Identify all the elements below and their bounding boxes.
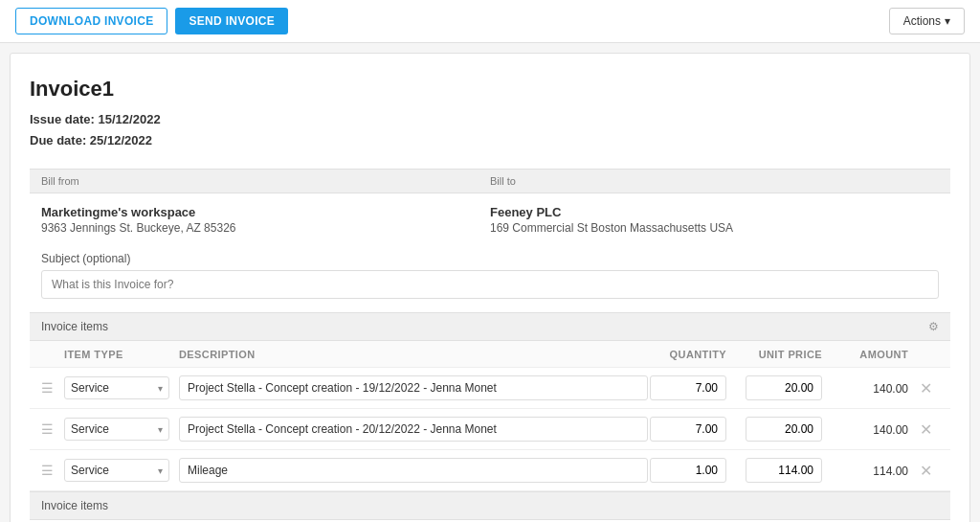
issue-date-line: Issue date: 15/12/2022 <box>30 109 950 130</box>
table-row: ☰ Service ▾ 114.00 ✕ <box>30 450 950 491</box>
issue-date-label: Issue date: <box>30 112 95 126</box>
due-date-line: Due date: 25/12/2022 <box>30 130 950 151</box>
bill-to-address: 169 Commercial St Boston Massachusetts U… <box>490 221 939 235</box>
drag-handle-icon[interactable]: ☰ <box>41 421 54 437</box>
amount-value-2: 114.00 <box>873 465 908 478</box>
download-invoice-button[interactable]: DOWNLOAD INVOICE <box>15 8 167 34</box>
type-chevron-icon-2: ▾ <box>158 465 163 476</box>
amount-col-header: AMOUNT <box>830 347 916 361</box>
subject-section: Subject (optional) <box>30 242 950 312</box>
table-row: ☰ Service ▾ 140.00 ✕ <box>30 409 950 450</box>
bill-section-body: Marketingme's workspace 9363 Jennings St… <box>30 193 950 242</box>
invoice-card: Invoice1 Issue date: 15/12/2022 Due date… <box>10 53 970 522</box>
amount-value-1: 140.00 <box>873 423 908 437</box>
type-chevron-icon-1: ▾ <box>158 424 163 435</box>
item-type-select-2[interactable]: Service ▾ <box>64 459 169 482</box>
bill-to-header-label: Bill to <box>490 175 939 187</box>
table-row: ☰ Service ▾ 140.00 ✕ <box>30 368 950 409</box>
type-chevron-icon-0: ▾ <box>158 383 163 394</box>
invoice-items-footer-label: Invoice items <box>41 499 108 512</box>
item-type-label-1: Service <box>71 422 109 436</box>
item-type-label-0: Service <box>71 381 109 395</box>
item-type-select-0[interactable]: Service ▾ <box>64 376 169 399</box>
item-type-col-header: ITEM TYPE <box>64 347 179 361</box>
item-type-select-1[interactable]: Service ▾ <box>64 418 169 441</box>
description-input-2[interactable] <box>179 458 648 483</box>
drag-handle-icon[interactable]: ☰ <box>41 463 54 478</box>
quantity-input-1[interactable] <box>650 417 726 442</box>
bill-from-col: Marketingme's workspace 9363 Jennings St… <box>41 205 490 235</box>
items-column-headers: ITEM TYPE DESCRIPTION QUANTITY UNIT PRIC… <box>30 341 950 368</box>
actions-button[interactable]: Actions ▾ <box>889 8 965 34</box>
top-bar: DOWNLOAD INVOICE SEND INVOICE Actions ▾ <box>0 0 980 43</box>
unit-price-input-0[interactable] <box>746 375 822 400</box>
top-bar-left: DOWNLOAD INVOICE SEND INVOICE <box>15 8 288 34</box>
bill-to-name: Feeney PLC <box>490 205 939 219</box>
bill-to-col: Feeney PLC 169 Commercial St Boston Mass… <box>490 205 939 235</box>
gear-icon[interactable]: ⚙ <box>928 320 939 333</box>
items-table: ☰ Service ▾ 140.00 ✕ ☰ Service <box>30 368 950 491</box>
bill-from-address: 9363 Jennings St. Buckeye, AZ 85326 <box>41 221 490 235</box>
actions-chevron-icon: ▾ <box>945 14 950 28</box>
invoice-meta: Issue date: 15/12/2022 Due date: 25/12/2… <box>30 109 950 151</box>
bill-from-name: Marketingme's workspace <box>41 205 490 219</box>
bill-section-header: Bill from Bill to <box>30 169 950 193</box>
description-input-1[interactable] <box>179 417 648 442</box>
quantity-input-2[interactable] <box>650 458 726 483</box>
bill-from-header-label: Bill from <box>41 175 490 187</box>
subject-input[interactable] <box>41 270 939 299</box>
invoice-items-section-header: Invoice items ⚙ <box>30 312 950 341</box>
invoice-title: Invoice1 <box>30 77 950 102</box>
invoice-items-footer-header: Invoice items <box>30 491 950 520</box>
issue-date-value: 15/12/2022 <box>99 112 161 126</box>
quantity-input-0[interactable] <box>650 375 726 400</box>
delete-row-button-1[interactable]: ✕ <box>916 419 936 441</box>
invoice-items-label: Invoice items <box>41 320 108 333</box>
delete-row-button-0[interactable]: ✕ <box>916 377 936 399</box>
amount-value-0: 140.00 <box>873 382 908 396</box>
unit-price-input-2[interactable] <box>746 458 822 483</box>
unit-price-input-1[interactable] <box>746 417 822 442</box>
send-invoice-button[interactable]: SEND INVOICE <box>175 8 288 34</box>
actions-label: Actions <box>903 14 941 28</box>
item-type-label-2: Service <box>71 464 109 477</box>
description-col-header: DESCRIPTION <box>179 347 648 361</box>
unit-price-col-header: UNIT PRICE <box>734 347 830 361</box>
subject-label: Subject (optional) <box>41 252 939 265</box>
delete-row-button-2[interactable]: ✕ <box>916 460 936 482</box>
due-date-value: 25/12/2022 <box>90 133 152 148</box>
quantity-col-header: QUANTITY <box>648 347 734 361</box>
drag-handle-icon[interactable]: ☰ <box>41 380 54 396</box>
description-input-0[interactable] <box>179 375 648 400</box>
due-date-label: Due date: <box>30 133 86 148</box>
